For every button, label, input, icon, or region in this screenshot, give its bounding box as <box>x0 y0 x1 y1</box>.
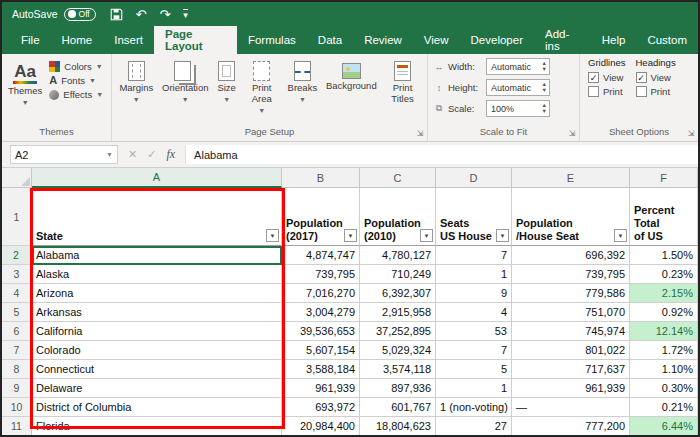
cancel-icon[interactable]: ✕ <box>128 148 137 161</box>
header-cell[interactable]: SeatsUS House▼ <box>436 188 512 246</box>
cell[interactable]: 745,974 <box>512 322 630 341</box>
tab-review[interactable]: Review <box>353 26 413 54</box>
cell[interactable]: 5 <box>436 360 512 379</box>
cell[interactable]: 779,586 <box>512 284 630 303</box>
cell[interactable]: 6,392,307 <box>360 284 436 303</box>
cell[interactable]: 601,767 <box>360 398 436 417</box>
colors-button[interactable]: Colors ▼ <box>49 61 103 72</box>
customize-qat-icon[interactable]: ▾ <box>183 9 188 20</box>
cell[interactable]: District of Columbia <box>32 398 282 417</box>
cell[interactable]: 4 <box>436 303 512 322</box>
cell[interactable]: 693,972 <box>282 398 360 417</box>
row-header-10[interactable]: 10 <box>2 398 32 417</box>
cell[interactable]: 4,874,747 <box>282 246 360 265</box>
cell[interactable]: 696,392 <box>512 246 630 265</box>
cell[interactable]: 961,939 <box>512 379 630 398</box>
page-setup-dialog-launcher-icon[interactable]: ⇲ <box>415 129 425 139</box>
cell[interactable]: 897,936 <box>360 379 436 398</box>
gridlines-print-checkbox[interactable]: Print <box>588 86 626 97</box>
cell[interactable]: 7,016,270 <box>282 284 360 303</box>
row-header-6[interactable]: 6 <box>2 322 32 341</box>
spinner-icon[interactable]: ▲▼ <box>542 82 547 93</box>
tab-page-layout[interactable]: Page Layout <box>154 26 237 54</box>
row-header-8[interactable]: 8 <box>2 360 32 379</box>
cell[interactable]: 7 <box>436 341 512 360</box>
cell[interactable]: 0.21% <box>630 398 698 417</box>
cell[interactable]: 3,004,279 <box>282 303 360 322</box>
cell[interactable]: 9 <box>436 284 512 303</box>
spinner-icon[interactable]: ▲▼ <box>542 61 547 72</box>
cell[interactable]: Alaska <box>32 265 282 284</box>
row-header-11[interactable]: 11 <box>2 417 32 435</box>
filter-dropdown-icon[interactable]: ▼ <box>496 229 509 242</box>
cell[interactable]: 27 <box>436 417 512 435</box>
select-all-corner[interactable] <box>2 168 32 188</box>
fonts-button[interactable]: A Fonts ▼ <box>49 75 103 86</box>
header-cell[interactable]: Population/House Seat▼ <box>512 188 630 246</box>
cell[interactable]: 12.14% <box>630 322 698 341</box>
insert-function-icon[interactable]: fx <box>166 147 175 162</box>
cell[interactable]: 5,029,324 <box>360 341 436 360</box>
gridlines-view-checkbox[interactable]: ✓ View <box>588 72 626 83</box>
cell[interactable]: — <box>512 398 630 417</box>
redo-icon[interactable]: ↷ <box>159 8 170 21</box>
cell[interactable]: 5,607,154 <box>282 341 360 360</box>
name-box[interactable]: A2 ▼ <box>10 145 118 164</box>
cell[interactable]: 1.72% <box>630 341 698 360</box>
cell[interactable]: 4,780,127 <box>360 246 436 265</box>
cell[interactable]: 801,022 <box>512 341 630 360</box>
cell[interactable]: Alabama <box>32 246 282 265</box>
tab-add-ins[interactable]: Add-ins <box>534 26 591 54</box>
cell[interactable]: 1.50% <box>630 246 698 265</box>
orientation-button[interactable]: Orientation ▼ <box>159 58 211 104</box>
cell[interactable]: 751,070 <box>512 303 630 322</box>
height-input[interactable]: Automatic ▲▼ <box>486 79 550 96</box>
tab-data[interactable]: Data <box>307 26 353 54</box>
tab-file[interactable]: File <box>10 26 51 54</box>
cell[interactable]: 961,939 <box>282 379 360 398</box>
cell[interactable]: 710,249 <box>360 265 436 284</box>
column-header-f[interactable]: F <box>630 168 698 188</box>
row-header-7[interactable]: 7 <box>2 341 32 360</box>
cell[interactable]: Arkansas <box>32 303 282 322</box>
header-cell[interactable]: PercentTotalof US <box>630 188 698 246</box>
cell[interactable]: 37,252,895 <box>360 322 436 341</box>
cell[interactable]: 0.23% <box>630 265 698 284</box>
header-cell[interactable]: Population(2010)▼ <box>360 188 436 246</box>
autosave-toggle[interactable]: AutoSave Off <box>12 8 96 21</box>
autosave-switch-icon[interactable]: Off <box>64 8 96 21</box>
cell[interactable]: 18,804,623 <box>360 417 436 435</box>
row-header-1[interactable]: 1 <box>2 188 32 246</box>
margins-button[interactable]: Margins ▼ <box>116 58 156 104</box>
cell[interactable]: 1 (non-voting) <box>436 398 512 417</box>
tab-custom[interactable]: Custom <box>636 26 698 54</box>
effects-button[interactable]: Effects ▼ <box>49 89 103 100</box>
cell[interactable]: 0.92% <box>630 303 698 322</box>
filter-dropdown-icon[interactable]: ▼ <box>420 229 433 242</box>
cell[interactable]: Delaware <box>32 379 282 398</box>
cell[interactable]: 39,536,653 <box>282 322 360 341</box>
spinner-icon[interactable]: ▲▼ <box>542 103 547 114</box>
tab-view[interactable]: View <box>413 26 460 54</box>
filter-dropdown-icon[interactable]: ▼ <box>344 229 357 242</box>
cell[interactable]: 6.44% <box>630 417 698 435</box>
column-header-d[interactable]: D <box>436 168 512 188</box>
save-icon[interactable] <box>110 8 123 21</box>
cell[interactable]: 2.15% <box>630 284 698 303</box>
cell[interactable]: Colorado <box>32 341 282 360</box>
cell[interactable]: 0.30% <box>630 379 698 398</box>
size-button[interactable]: Size ▼ <box>214 58 238 104</box>
cell[interactable]: 20,984,400 <box>282 417 360 435</box>
filter-dropdown-icon[interactable]: ▼ <box>266 229 279 242</box>
header-cell[interactable]: State▼ <box>32 188 282 246</box>
cell[interactable]: 3,574,118 <box>360 360 436 379</box>
formula-input[interactable]: Alabama <box>186 145 698 164</box>
filter-dropdown-icon[interactable]: ▼ <box>614 229 627 242</box>
cell[interactable]: Arizona <box>32 284 282 303</box>
row-header-4[interactable]: 4 <box>2 284 32 303</box>
tab-help[interactable]: Help <box>591 26 637 54</box>
header-cell[interactable]: Population(2017)▼ <box>282 188 360 246</box>
column-header-e[interactable]: E <box>512 168 630 188</box>
tab-home[interactable]: Home <box>51 26 104 54</box>
column-header-c[interactable]: C <box>360 168 436 188</box>
